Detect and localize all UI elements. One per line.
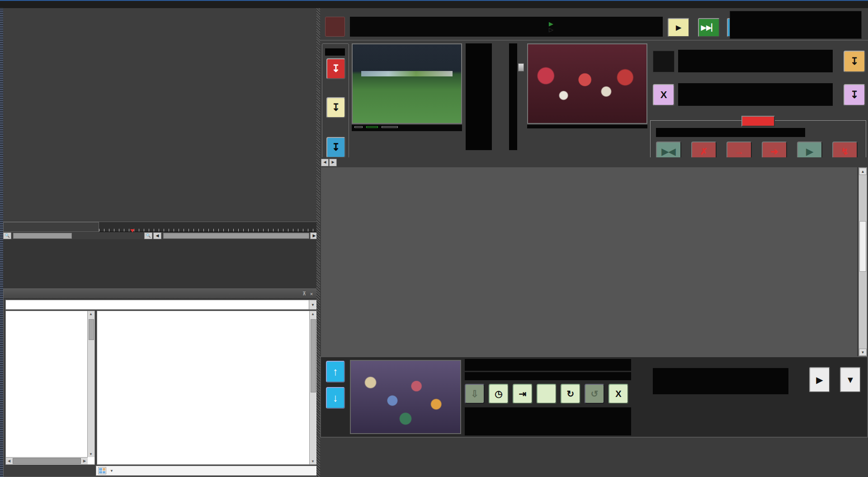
onair-clip-filename [352,129,462,131]
find-sel-button[interactable]: ↧ [326,137,345,158]
timeline-hscroll-thumb2[interactable] [163,233,309,239]
panel-divider[interactable] [316,8,320,477]
clip-jip-button[interactable]: ⇥ [513,384,533,404]
chevron-down-icon[interactable]: ▼ [309,300,316,309]
next-button[interactable]: ↓ [326,387,345,409]
srv-idle-icon: ▷ [549,27,553,33]
file-browser-panel: ⊼ × ▼ ▲ ▼ ◀ ▶ [3,288,319,477]
window-edge-texture [0,8,3,477]
edit-button[interactable]: ▼ [840,367,861,392]
edit-controls: ▶ ▼ [635,359,864,436]
clip-manual-button[interactable] [537,384,557,404]
find-eoa-button[interactable]: ↧ [844,51,865,72]
onair-timer-bar: ▶ ▷ ▶ ▶▶▏ ▶▶▏ [320,8,868,40]
clip-return-button[interactable]: ↺ [585,384,604,404]
tree-hscrollbar[interactable]: ◀ ▶ [6,457,88,464]
onair-preview-section: ↧ ↧ ↧ [320,40,868,167]
clip-cue-button[interactable]: ⇩ [465,384,485,404]
event-hand-icon[interactable] [653,51,675,72]
cued-preview-video[interactable] [527,43,647,124]
pr-badge [382,126,398,128]
playhead-marker-icon[interactable] [130,229,135,232]
cued-clip-times [465,407,631,435]
secondary-events-table [320,439,868,477]
scroll-up-icon[interactable]: ▲ [310,312,316,316]
tab-scroll-left-icon[interactable]: ◀ [321,159,329,166]
onair-preview [352,43,462,131]
playlist-vscrollbar[interactable]: ▲ ▼ [859,167,867,356]
automation-controls: ↧ X ↧ ▶◀ ✗ → ➔ ▶ [650,41,866,167]
channel-monitor-grid [3,8,319,221]
channel-tab-bar: ◀ ▶ [320,157,868,167]
scroll-up-icon[interactable]: ▲ [859,168,867,175]
scroll-up-icon[interactable]: ▲ [88,312,94,316]
view-mode-caret-icon[interactable]: ▼ [110,469,113,473]
menu-bar [0,0,868,8]
scroll-down-icon[interactable]: ▼ [88,452,94,456]
pin-icon[interactable]: ⊼ [301,291,308,297]
timeline-date [3,222,99,232]
cue-next-button[interactable]: ▶▶▏ [698,18,720,37]
cued-clip-video[interactable] [350,360,461,434]
clip-skip-button[interactable]: X [609,384,628,404]
tab-scroll-right-icon[interactable]: ▶ [329,159,337,166]
tree-vscroll-thumb[interactable] [89,319,94,340]
tree-hscroll-thumb[interactable] [13,458,81,464]
scroll-left-icon[interactable]: ◀ [6,459,12,463]
cued-clip-controls: ⇩ ◷ ⇥ ↻ ↺ X [465,359,631,436]
tree-vscrollbar[interactable]: ▲ ▼ [87,311,94,457]
playlist-vscroll-thumb[interactable] [859,221,866,272]
timeline-scrollbar[interactable]: 🔍 🔍 ◀ ▶ [3,232,319,239]
audio-gain-slider[interactable] [518,63,524,71]
find-group: ↧ ↧ ↧ [322,43,349,165]
start-cued-button[interactable]: ▶ [668,18,689,37]
folder-tree: ▲ ▼ ◀ ▶ [5,311,95,465]
scroll-down-icon[interactable]: ▼ [859,349,867,356]
cued-item-panel: ↑ ↓ ⇩ ◷ ⇥ ↻ ↺ X [320,356,868,438]
prev-button[interactable]: ↑ [326,361,345,383]
thumbs-vscrollbar[interactable]: ▲ ▼ [309,311,316,464]
right-column: ▶ ▷ ▶ ▶▶▏ ▶▶▏ [320,8,868,477]
media-thumbnail-grid: ▲ ▼ [97,311,317,465]
thumbs-vscroll-thumb[interactable] [311,319,316,392]
timeline-hscroll-thumb[interactable] [13,233,72,239]
cued-preview [527,43,647,128]
onair-preview-video[interactable] [352,43,462,124]
cued-clip-title [465,359,631,371]
onoff-button[interactable] [741,116,775,127]
scroll-down-icon[interactable]: ▼ [310,459,316,463]
view-button[interactable]: ▶ [809,367,830,392]
afd-badge [366,126,378,128]
find-onair-button[interactable]: ↧ [326,58,345,79]
clip-clock-button[interactable]: ◷ [489,384,509,404]
timeline-panel: 🔍 🔍 ◀ ▶ [3,222,319,289]
cc-badge [354,126,363,128]
zoom-in-icon[interactable]: 🔍 [144,232,152,239]
playout-app-window: 🔍 🔍 ◀ ▶ ⊼ × ▼ [0,0,868,477]
scroll-right-icon[interactable]: ▶ [81,459,88,463]
station-clock [730,11,862,39]
left-column: 🔍 🔍 ◀ ▶ ⊼ × ▼ [0,8,319,477]
close-icon[interactable]: × [308,291,315,297]
go-on-button[interactable] [325,17,345,37]
file-browser-statusbar: ▼ [96,466,317,476]
view-mode-icon[interactable] [98,467,106,474]
clip-loop-button[interactable]: ↻ [561,384,580,404]
zoom-out-icon[interactable]: 🔍 [3,232,11,239]
scroll-left-icon[interactable]: ◀ [153,232,161,239]
find-cued-button[interactable]: ↧ [326,97,345,118]
find-next-command-button[interactable]: ↧ [844,84,865,106]
path-dropdown[interactable]: ▼ [5,300,317,310]
playlist-panel: ◀ ▶ ▲ ▼ [320,157,868,356]
skip-button[interactable]: X [653,84,675,106]
timeline-ruler[interactable] [99,222,319,232]
onair-indicator [325,48,345,56]
master-audio-meters [466,43,524,156]
